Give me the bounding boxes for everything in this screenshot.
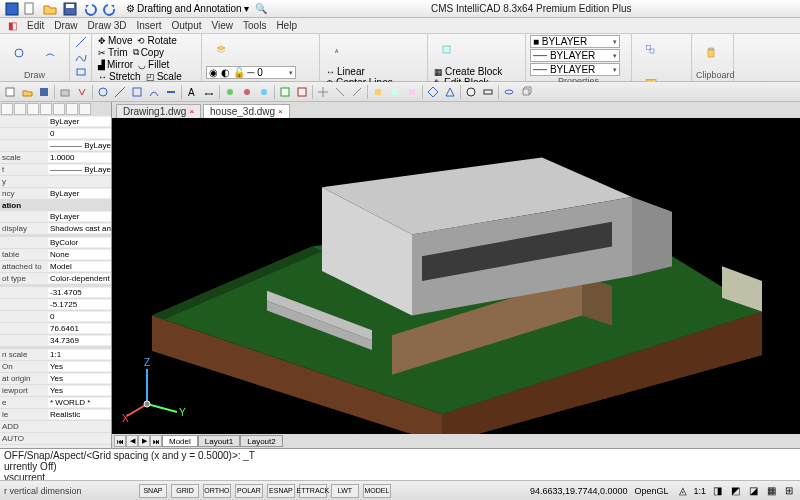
property-row[interactable]: tableNone bbox=[0, 249, 111, 261]
text-button[interactable]: A bbox=[324, 35, 354, 65]
menu-insert[interactable]: Insert bbox=[136, 20, 161, 31]
property-row[interactable]: 76.6461 bbox=[0, 323, 111, 335]
annotation-scale-icon[interactable]: ◬ bbox=[676, 484, 690, 498]
property-row[interactable]: ByColor bbox=[0, 237, 111, 249]
tool-icon[interactable] bbox=[425, 84, 441, 100]
undo-icon[interactable] bbox=[82, 1, 98, 17]
tool-icon[interactable] bbox=[315, 84, 331, 100]
tool-icon[interactable] bbox=[332, 84, 348, 100]
property-row[interactable]: 34.7369 bbox=[0, 335, 111, 347]
status-icon[interactable]: ⊞ bbox=[782, 484, 796, 498]
tool-icon[interactable] bbox=[163, 84, 179, 100]
color-combo[interactable]: ■ BYLAYER▾ bbox=[530, 35, 620, 48]
close-icon[interactable]: × bbox=[278, 107, 283, 116]
tool-icon[interactable] bbox=[36, 84, 52, 100]
property-row[interactable]: e* WORLD * bbox=[0, 397, 111, 409]
prop-tool-icon[interactable] bbox=[27, 103, 39, 115]
tool-icon[interactable] bbox=[2, 84, 18, 100]
status-icon[interactable]: ◩ bbox=[728, 484, 742, 498]
property-row[interactable]: ot typeColor-dependent print style bbox=[0, 273, 111, 285]
mirror-button[interactable]: ▟ Mirror bbox=[96, 59, 135, 70]
tool-icon[interactable] bbox=[129, 84, 145, 100]
app-menu-icon[interactable]: ◧ bbox=[8, 20, 17, 31]
tool-icon[interactable] bbox=[501, 84, 517, 100]
stretch-button[interactable]: ↔ Stretch bbox=[96, 71, 143, 82]
tab-nav-next-icon[interactable]: ▶ bbox=[138, 435, 150, 447]
scale-button[interactable]: ◰ Scale bbox=[144, 71, 184, 82]
property-row[interactable]: 0 bbox=[0, 311, 111, 323]
line-icon[interactable] bbox=[74, 35, 88, 49]
property-value[interactable]: -5.1725 bbox=[48, 300, 111, 309]
tool-icon[interactable] bbox=[277, 84, 293, 100]
status-icon[interactable]: ◪ bbox=[746, 484, 760, 498]
toggle-polar[interactable]: POLAR bbox=[235, 484, 263, 498]
create-block-button[interactable]: ▦ Create Block bbox=[432, 66, 521, 77]
rotate-button[interactable]: ⟲ Rotate bbox=[135, 35, 178, 46]
menu-draw3d[interactable]: Draw 3D bbox=[88, 20, 127, 31]
tab-nav-first-icon[interactable]: ⏮ bbox=[114, 435, 126, 447]
linetype-combo[interactable]: ── BYLAYER▾ bbox=[530, 49, 620, 62]
property-value[interactable]: 1:1 bbox=[48, 350, 111, 359]
menu-edit[interactable]: Edit bbox=[27, 20, 44, 31]
group-button[interactable] bbox=[636, 35, 666, 65]
layout-tab[interactable]: Layout1 bbox=[198, 435, 240, 447]
lineweight-combo[interactable]: ── BYLAYER▾ bbox=[530, 63, 620, 76]
tool-icon[interactable] bbox=[19, 84, 35, 100]
new-icon[interactable] bbox=[22, 1, 38, 17]
property-value[interactable]: Yes bbox=[48, 362, 111, 371]
viewport[interactable]: Z Y X bbox=[112, 118, 800, 434]
prop-tool-icon[interactable] bbox=[53, 103, 65, 115]
tool-icon[interactable] bbox=[201, 84, 217, 100]
property-row[interactable]: ByLayer bbox=[0, 211, 111, 223]
property-row[interactable]: 0 bbox=[0, 128, 111, 140]
property-value[interactable]: Model bbox=[48, 262, 111, 271]
prop-tool-icon[interactable] bbox=[14, 103, 26, 115]
tool-icon[interactable] bbox=[294, 84, 310, 100]
property-row[interactable]: attached toModel bbox=[0, 261, 111, 273]
property-row[interactable]: at originYes bbox=[0, 373, 111, 385]
tool-icon[interactable] bbox=[146, 84, 162, 100]
command-line[interactable]: OFF/Snap/Aspect/<Grid spacing (x and y =… bbox=[0, 448, 800, 480]
property-value[interactable]: None bbox=[48, 250, 111, 259]
property-row[interactable]: scale1.0000 bbox=[0, 152, 111, 164]
property-value[interactable]: -31.4705 bbox=[48, 288, 111, 297]
property-value[interactable]: ByColor bbox=[48, 238, 111, 247]
property-value[interactable]: * WORLD * bbox=[48, 398, 111, 407]
property-row[interactable]: OnYes bbox=[0, 361, 111, 373]
trim-button[interactable]: ✂ Trim bbox=[96, 47, 130, 58]
property-value[interactable]: Yes bbox=[48, 386, 111, 395]
tool-icon[interactable] bbox=[95, 84, 111, 100]
property-value[interactable]: Realistic bbox=[48, 410, 111, 419]
property-row[interactable]: ———— ByLayer bbox=[0, 140, 111, 152]
property-value[interactable]: ByLayer bbox=[48, 212, 111, 221]
property-value[interactable]: 76.6461 bbox=[48, 324, 111, 333]
workspace-selector[interactable]: ⚙ Drafting and Annotation ▾ bbox=[126, 3, 249, 14]
close-icon[interactable]: × bbox=[189, 107, 194, 116]
toggle-esnap[interactable]: ESNAP bbox=[267, 484, 295, 498]
open-icon[interactable] bbox=[42, 1, 58, 17]
prop-tool-icon[interactable] bbox=[79, 103, 91, 115]
menu-tools[interactable]: Tools bbox=[243, 20, 266, 31]
tool-icon[interactable] bbox=[463, 84, 479, 100]
doc-tab[interactable]: Drawing1.dwg× bbox=[116, 104, 201, 118]
layout-tab-model[interactable]: Model bbox=[162, 435, 198, 447]
layers-button[interactable] bbox=[206, 35, 236, 65]
tool-icon[interactable] bbox=[442, 84, 458, 100]
fillet-button[interactable]: ◡ Fillet bbox=[136, 59, 171, 70]
toggle-etrack[interactable]: ETTRACK bbox=[299, 484, 327, 498]
property-row[interactable]: ADD bbox=[0, 421, 111, 433]
toggle-lwt[interactable]: LWT bbox=[331, 484, 359, 498]
property-row[interactable]: iewportYes bbox=[0, 385, 111, 397]
arc-button[interactable] bbox=[35, 38, 65, 68]
property-row[interactable]: y bbox=[0, 176, 111, 188]
circle-button[interactable] bbox=[4, 38, 34, 68]
tool-icon[interactable] bbox=[222, 84, 238, 100]
tool-icon[interactable] bbox=[480, 84, 496, 100]
toggle-ortho[interactable]: ORTHO bbox=[203, 484, 231, 498]
toggle-model[interactable]: MODEL bbox=[363, 484, 391, 498]
property-row[interactable]: AUTO bbox=[0, 433, 111, 445]
paste-button[interactable] bbox=[696, 38, 726, 68]
doc-tab[interactable]: house_3d.dwg× bbox=[203, 104, 290, 118]
property-row[interactable]: t———— ByLayer bbox=[0, 164, 111, 176]
tab-nav-prev-icon[interactable]: ◀ bbox=[126, 435, 138, 447]
